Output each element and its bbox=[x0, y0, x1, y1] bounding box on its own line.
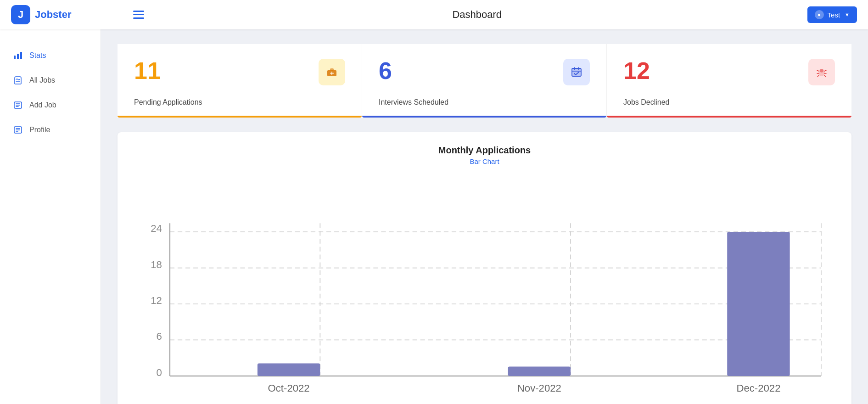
svg-text:24: 24 bbox=[151, 223, 162, 234]
svg-line-24 bbox=[824, 70, 826, 71]
pending-label: Pending Applications bbox=[134, 98, 345, 107]
interviews-bar bbox=[362, 116, 606, 118]
svg-rect-2 bbox=[20, 52, 22, 59]
bar-chart: 0 6 12 18 24 bbox=[132, 176, 837, 404]
sidebar-item-add-job-label: Add Job bbox=[29, 101, 56, 109]
user-menu-button[interactable]: ● Test ▼ bbox=[807, 6, 857, 23]
svg-text:0: 0 bbox=[156, 367, 162, 378]
calendar-check-icon bbox=[563, 59, 590, 85]
bar-nov-2022 bbox=[508, 366, 571, 376]
svg-text:Nov-2022: Nov-2022 bbox=[517, 382, 561, 394]
sidebar-item-stats[interactable]: Stats bbox=[0, 44, 101, 67]
svg-text:Oct-2022: Oct-2022 bbox=[268, 382, 310, 394]
main-content: 11 Pending Applications 6 bbox=[101, 29, 868, 404]
pending-count: 11 bbox=[134, 59, 161, 83]
add-job-icon bbox=[13, 100, 23, 110]
jobs-icon bbox=[13, 75, 23, 85]
svg-rect-13 bbox=[330, 68, 334, 71]
bar-dec-2022 bbox=[727, 232, 790, 376]
stat-card-interviews: 6 Interviews Scheduled bbox=[362, 44, 607, 118]
stat-card-interviews-top: 6 bbox=[379, 59, 590, 85]
svg-rect-16 bbox=[572, 68, 581, 76]
svg-point-22 bbox=[820, 69, 823, 72]
hamburger-line-2 bbox=[133, 14, 144, 16]
bar-chart-svg: 0 6 12 18 24 bbox=[132, 176, 837, 404]
chevron-down-icon: ▼ bbox=[845, 12, 850, 17]
stat-card-pending-top: 11 bbox=[134, 59, 345, 85]
sidebar-item-stats-label: Stats bbox=[29, 51, 46, 60]
hamburger-line-3 bbox=[133, 17, 144, 19]
sidebar-item-add-job[interactable]: Add Job bbox=[0, 94, 101, 117]
svg-line-23 bbox=[817, 70, 819, 71]
chart-title: Monthly Applications bbox=[132, 145, 837, 156]
sidebar: Stats All Jobs Add Job bbox=[0, 29, 101, 404]
header-title: Dashboard bbox=[147, 9, 807, 21]
briefcase-icon bbox=[319, 59, 345, 85]
app-header: J Jobster Dashboard ● Test ▼ bbox=[0, 0, 868, 29]
user-avatar-icon: ● bbox=[815, 10, 824, 19]
chart-subtitle[interactable]: Bar Chart bbox=[132, 157, 837, 165]
stat-card-declined: 12 Jobs Decline bbox=[607, 44, 851, 118]
declined-label: Jobs Declined bbox=[623, 98, 835, 107]
declined-bar bbox=[607, 116, 851, 118]
stat-card-pending: 11 Pending Applications bbox=[118, 44, 362, 118]
interviews-count: 6 bbox=[379, 59, 392, 83]
profile-icon bbox=[13, 125, 23, 135]
declined-count: 12 bbox=[623, 59, 650, 83]
bar-chart-icon bbox=[13, 50, 23, 61]
user-name-label: Test bbox=[828, 11, 840, 19]
sidebar-item-all-jobs-label: All Jobs bbox=[29, 76, 55, 84]
svg-rect-1 bbox=[17, 54, 19, 59]
bar-oct-2022 bbox=[258, 364, 320, 376]
sidebar-item-all-jobs[interactable]: All Jobs bbox=[0, 69, 101, 92]
hamburger-line-1 bbox=[133, 11, 144, 12]
logo-area: J Jobster bbox=[11, 5, 103, 24]
svg-text:18: 18 bbox=[151, 259, 162, 270]
sidebar-item-profile[interactable]: Profile bbox=[0, 118, 101, 141]
svg-line-28 bbox=[824, 75, 826, 77]
interviews-label: Interviews Scheduled bbox=[379, 98, 590, 107]
bug-icon bbox=[808, 59, 835, 85]
stat-cards-container: 11 Pending Applications 6 bbox=[118, 44, 851, 118]
svg-rect-0 bbox=[14, 56, 16, 59]
svg-text:12: 12 bbox=[151, 295, 162, 306]
svg-text:Dec-2022: Dec-2022 bbox=[736, 382, 780, 394]
logo-icon: J bbox=[11, 5, 30, 24]
svg-line-27 bbox=[818, 75, 819, 77]
sidebar-item-profile-label: Profile bbox=[29, 126, 50, 134]
chart-section: Monthly Applications Bar Chart 0 6 12 18… bbox=[118, 132, 851, 404]
hamburger-button[interactable] bbox=[130, 8, 147, 22]
stat-card-declined-top: 12 bbox=[623, 59, 835, 85]
pending-bar bbox=[118, 116, 362, 118]
svg-text:6: 6 bbox=[156, 331, 162, 342]
app-name: Jobster bbox=[35, 9, 71, 21]
app-layout: Stats All Jobs Add Job bbox=[0, 29, 868, 404]
